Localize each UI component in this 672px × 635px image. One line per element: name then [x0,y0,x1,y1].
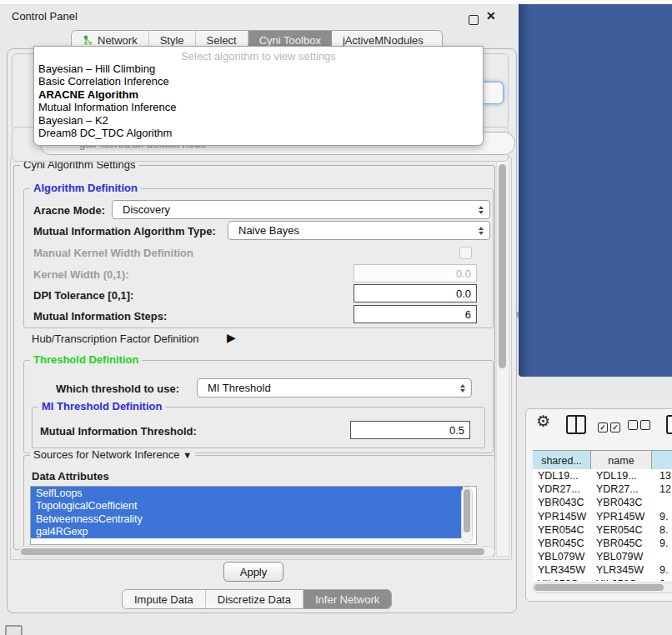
list-item-selected[interactable]: TopologicalCoefficient [31,500,463,513]
tab-discretize-data[interactable]: Discretize Data [206,590,303,608]
mi-steps-label: Mutual Information Steps: [33,310,167,322]
kernel-width-value: 0.0 [456,268,471,280]
dpi-tolerance-input[interactable]: 0.0 [354,284,477,302]
network-desktop: GAL GAL80 GAL10 GAL1 GAL11 SWI4 GAL4 GCY… [519,4,672,377]
aracne-mode-label: Aracne Mode: [33,204,105,217]
kernel-width-input[interactable]: 0.0 [354,264,477,282]
mi-threshold-input[interactable]: 0.5 [350,421,470,439]
dropdown-hint: Select algorithm to view settings [34,50,483,62]
table-header-row: shared... name A [533,450,672,471]
select-all-checkboxes-icon[interactable]: ✓✓ [598,418,623,433]
dropdown-item-aracne[interactable]: ARACNE Algorithm [34,88,483,101]
network-icon [83,35,93,46]
expand-right-icon[interactable]: ▶ [227,331,236,344]
dpi-tolerance-label: DPI Tolerance [0,1]: [33,289,133,302]
mi-steps-value: 6 [465,308,471,321]
settings-hscrollbar-thumb[interactable] [21,548,484,555]
aracne-mode-combo[interactable]: Discovery [112,200,490,219]
which-threshold-label: Which threshold to use: [56,382,179,395]
apply-button[interactable]: Apply [223,562,283,582]
algorithm-definition-title: Algorithm Definition [30,182,141,194]
data-attributes-list[interactable]: SelfLoops TopologicalCoefficient Between… [30,486,477,545]
new-table-icon[interactable] [666,415,672,434]
table-row[interactable]: YBR045CYBR045C9. [533,537,672,550]
column-header-shared[interactable]: shared... [533,451,591,470]
tab-infer-network-label: Infer Network [315,593,379,606]
table-row[interactable]: YDL19...YDL19...13 [533,469,672,482]
table-panel-header: Table Panel [519,377,672,406]
aracne-mode-value: Discovery [123,203,170,216]
split-columns-icon[interactable] [566,415,586,434]
table-panel: ⚙ ✓✓ shared... name A YDL19...YDL19...13… [525,408,672,602]
which-threshold-combo[interactable]: MI Threshold [197,378,472,398]
mi-threshold-value: 0.5 [449,424,464,437]
table-row[interactable]: YIL052CYIL052C0. [533,578,672,582]
control-panel-title: Control Panel [12,10,78,22]
list-item-selected[interactable]: BetweennessCentrality [31,512,463,526]
dropdown-item[interactable]: Basic Correlation Inference [34,75,483,88]
tab-style-label: Style [160,34,184,47]
mi-type-value: Naive Bayes [238,224,299,237]
tab-impute-data[interactable]: Impute Data [123,590,206,608]
column-header-third[interactable]: A [652,451,672,470]
dropdown-item[interactable]: Dream8 DC_TDC Algorithm [34,127,483,139]
table-row[interactable]: YLR345WYLR345W9. [533,563,672,577]
combo-spinner-icon [479,227,484,235]
table-row[interactable]: YPR145WYPR145W9. [533,510,672,523]
threshold-definition-title: Threshold Definition [30,353,142,366]
mi-steps-input[interactable]: 6 [354,305,477,323]
close-icon[interactable]: ✕ [486,9,496,22]
list-vscrollbar-thumb[interactable] [464,489,470,532]
column-header-name[interactable]: name [591,451,652,470]
mi-threshold-label: Mutual Information Threshold: [40,425,197,438]
list-vscrollbar[interactable] [461,487,473,543]
dropdown-item[interactable]: Bayesian – Hill Climbing [34,62,483,75]
tab-impute-data-label: Impute Data [134,593,193,606]
table-row[interactable]: YBL079WYBL079W [533,550,672,563]
control-panel-header: Control Panel ✕ [0,4,519,28]
table-hscrollbar[interactable] [533,582,672,593]
gear-icon[interactable]: ⚙ [536,412,550,431]
mi-threshold-title: MI Threshold Definition [38,400,165,412]
tab-jactivemnodules-label: jActiveMNodules [343,34,424,47]
table-row[interactable]: YDR27...YDR27...12 [533,482,672,496]
tab-cyni-toolbox-label: Cyni Toolbox [259,34,321,47]
table-body: YDL19...YDL19...13 YDR27...YDR27...12 YB… [533,469,672,581]
algorithm-dropdown-list: Select algorithm to view settings Bayesi… [33,46,484,146]
kernel-width-label: Kernel Width (0,1): [33,268,129,281]
deselect-all-checkboxes-icon[interactable] [628,418,653,433]
list-item-selected[interactable]: SelfLoops [31,487,463,500]
table-hscrollbar-thumb[interactable] [534,584,664,591]
float-panel-icon[interactable] [469,15,479,25]
combo-spinner-icon [460,384,465,392]
list-item-selected[interactable]: gal4RGexp [31,526,463,539]
combo-spinner-icon [479,206,484,214]
data-attributes-label: Data Attributes [32,470,109,482]
table-row[interactable]: YBR043CYBR043C [533,496,672,509]
dock-panel-icon[interactable] [5,625,23,635]
dropdown-item[interactable]: Bayesian – K2 [34,114,483,127]
tab-select-label: Select [207,34,237,47]
tab-network-label: Network [98,34,138,47]
dropdown-item[interactable]: Mutual Information Inference [34,101,483,113]
sources-title: Sources for Network Inference ▼ [30,448,195,461]
apply-button-label: Apply [240,566,268,578]
screen: Control Panel ✕ Network Style Select Cyn… [0,0,672,635]
manual-kernel-label: Manual Kernel Width Definition [33,247,193,259]
table-row[interactable]: YER054CYER054C8. [533,523,672,537]
collapse-down-icon[interactable]: ▼ [183,450,192,460]
settings-hscrollbar[interactable] [18,546,495,558]
dpi-tolerance-value: 0.0 [456,288,471,300]
which-threshold-value: MI Threshold [208,382,271,394]
tab-infer-network[interactable]: Infer Network [303,590,391,608]
mi-type-label: Mutual Information Algorithm Type: [33,225,216,238]
hub-definition-label: Hub/Transcription Factor Definition [32,332,198,345]
mi-type-combo[interactable]: Naive Bayes [228,221,490,240]
bottom-tabbar: Impute Data Discretize Data Infer Networ… [122,589,392,609]
tab-discretize-data-label: Discretize Data [218,593,291,606]
settings-vscrollbar[interactable] [496,160,509,557]
settings-vscrollbar-thumb[interactable] [499,164,506,368]
manual-kernel-checkbox[interactable] [459,247,472,259]
